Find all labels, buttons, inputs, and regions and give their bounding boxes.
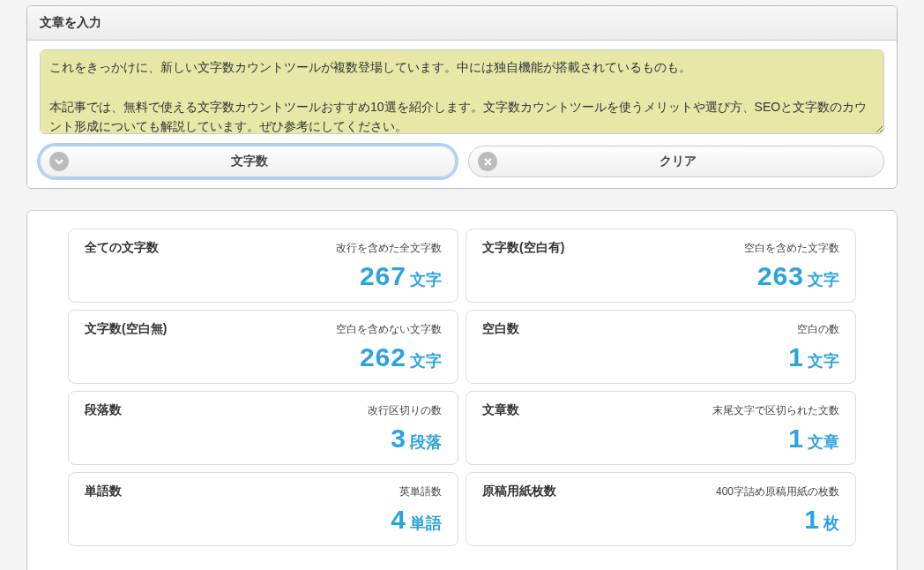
stat-title: 段落数 [85,402,122,418]
stat-unit: 文字 [808,271,839,289]
stat-desc: 改行区切りの数 [368,403,442,418]
stat-title: 文章数 [482,402,519,418]
stat-desc: 改行を含めた全文字数 [336,241,442,256]
stat-title: 空白数 [482,321,519,337]
stat-card-words: 単語数 英単語数 4単語 [68,472,458,546]
stat-desc: 英単語数 [399,484,442,499]
stat-value: 3 [391,424,406,453]
stat-unit: 文字 [410,271,442,289]
stat-value: 1 [788,424,804,453]
stat-value: 1 [804,505,820,534]
stat-value: 1 [788,342,804,371]
stat-title: 文字数(空白無) [85,321,167,337]
stat-title: 単語数 [85,484,122,499]
stat-card-paragraphs: 段落数 改行区切りの数 3段落 [68,391,458,465]
stat-desc: 空白を含めない文字数 [336,322,442,337]
stat-unit: 文字 [808,352,839,370]
count-button-label: 文字数 [76,154,446,169]
stat-unit: 文字 [410,352,442,370]
input-header: 文章を入力 [27,6,897,41]
stat-card-manuscript-pages: 原稿用紙枚数 400字詰め原稿用紙の枚数 1枚 [466,472,856,546]
button-row: 文字数 クリア [40,146,884,177]
results-panel: 全ての文字数 改行を含めた全文字数 267文字 文字数(空白有) 空白を含めた文… [26,210,898,570]
clear-button[interactable]: クリア [468,146,884,177]
close-icon [478,152,497,171]
stat-card-chars-with-space: 文字数(空白有) 空白を含めた文字数 263文字 [466,229,856,303]
stat-unit: 文章 [808,433,839,451]
count-button[interactable]: 文字数 [40,146,456,177]
stat-unit: 単語 [410,514,442,532]
clear-button-label: クリア [504,154,875,169]
chevron-down-icon [49,152,69,171]
stat-card-chars-no-space: 文字数(空白無) 空白を含めない文字数 262文字 [68,310,458,384]
stat-card-total-chars: 全ての文字数 改行を含めた全文字数 267文字 [68,229,458,303]
stat-desc: 400字詰め原稿用紙の枚数 [716,484,839,499]
stats-grid: 全ての文字数 改行を含めた全文字数 267文字 文字数(空白有) 空白を含めた文… [68,229,856,546]
stat-desc: 空白を含めた文字数 [744,241,839,256]
stat-value: 267 [360,261,406,290]
stat-card-spaces: 空白数 空白の数 1文字 [466,310,856,384]
stat-value: 263 [757,261,804,290]
text-input[interactable] [40,49,884,134]
stat-unit: 枚 [823,514,839,532]
stat-title: 原稿用紙枚数 [482,484,556,499]
stat-value: 262 [360,342,406,371]
stat-card-sentences: 文章数 末尾文字で区切られた文数 1文章 [466,391,856,465]
stat-title: 全ての文字数 [85,240,159,256]
stat-unit: 段落 [410,433,442,451]
stat-desc: 空白の数 [797,322,839,337]
input-body: 文字数 クリア [27,41,897,188]
stat-title: 文字数(空白有) [482,240,564,256]
input-panel: 文章を入力 文字数 クリア [26,5,898,189]
stat-value: 4 [391,505,406,534]
stat-desc: 末尾文字で区切られた文数 [712,403,839,418]
